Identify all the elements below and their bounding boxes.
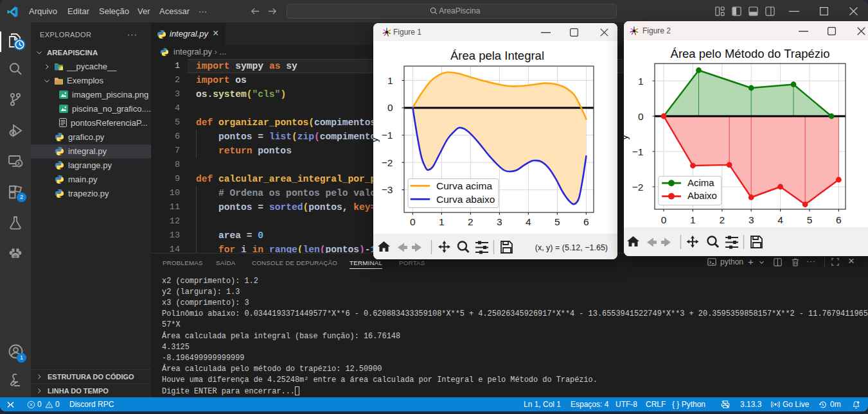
svg-text:1: 1	[387, 75, 393, 86]
svg-text:3: 3	[748, 214, 754, 225]
svg-text:0: 0	[638, 111, 644, 122]
svg-text:−1: −1	[632, 146, 644, 157]
svg-text:6: 6	[836, 214, 842, 225]
svg-text:3: 3	[497, 216, 502, 227]
svg-text:y: y	[373, 137, 380, 142]
svg-text:1: 1	[690, 214, 696, 225]
svg-text:4: 4	[526, 216, 531, 227]
svg-text:0: 0	[410, 216, 416, 227]
svg-text:−1: −1	[382, 130, 393, 141]
svg-text:1: 1	[638, 76, 644, 87]
svg-text:4: 4	[777, 214, 783, 225]
svg-text:−2: −2	[382, 157, 393, 168]
svg-text:(x, y) = (5.12, −1.65): (x, y) = (5.12, −1.65)	[535, 243, 608, 252]
svg-text:−2: −2	[632, 182, 644, 193]
svg-text:Área pelo Método do Trapézio: Área pelo Método do Trapézio	[671, 47, 830, 60]
svg-text:Curva abaixo: Curva abaixo	[436, 194, 495, 205]
svg-text:2: 2	[719, 214, 725, 225]
svg-text:−3: −3	[382, 184, 393, 195]
svg-text:1: 1	[439, 216, 445, 227]
svg-text:0: 0	[661, 214, 667, 225]
svg-text:Área pela Integral: Área pela Integral	[450, 49, 544, 62]
svg-text:2: 2	[468, 216, 474, 227]
svg-text:Abaixo: Abaixo	[687, 190, 717, 201]
svg-text:0: 0	[387, 102, 393, 113]
svg-text:y: y	[624, 135, 630, 140]
svg-text:5: 5	[807, 214, 813, 225]
svg-text:Acima: Acima	[687, 177, 714, 188]
svg-text:6: 6	[583, 216, 589, 227]
svg-text:5: 5	[554, 216, 560, 227]
svg-text:Curva acima: Curva acima	[436, 180, 492, 191]
